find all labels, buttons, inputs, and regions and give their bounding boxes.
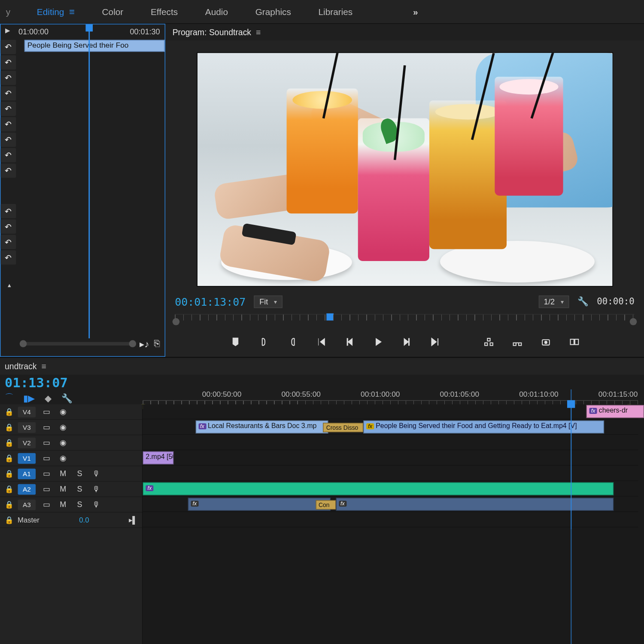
zoom-fit-select[interactable]: Fit▾ — [254, 295, 283, 308]
add-marker-icon[interactable] — [229, 335, 242, 348]
lift-icon[interactable] — [482, 335, 495, 348]
go-to-in-icon[interactable] — [314, 335, 327, 348]
lock-icon[interactable]: 🔒 — [5, 485, 13, 493]
undo-icon[interactable]: ↶ — [0, 133, 16, 147]
program-time-ruler[interactable]: /*ticks drawn below via JS not needed – … — [175, 314, 635, 327]
track-header-a3[interactable]: 🔒 A3 ▭ M S 🎙 — [0, 497, 142, 513]
sync-lock-icon[interactable]: ▭ — [40, 485, 52, 494]
undo-icon[interactable]: ↶ — [0, 55, 16, 70]
playback-resolution-select[interactable]: 1/2▾ — [538, 295, 569, 308]
track-header-master[interactable]: 🔒 Master 0.0 ▸▌ — [0, 513, 142, 528]
track-header-v2[interactable]: 🔒 V2 ▭ ◉ — [0, 435, 142, 451]
insert-icon[interactable]: ▸♪ — [140, 338, 149, 349]
workspace-tab-libraries[interactable]: Libraries — [316, 0, 355, 22]
export-frame-icon[interactable] — [539, 335, 552, 348]
solo-button[interactable]: S — [74, 500, 86, 509]
source-zoom-scroll[interactable] — [22, 342, 134, 345]
go-to-out-icon[interactable] — [428, 335, 441, 348]
linked-selection-icon[interactable]: ▮▶ — [23, 393, 35, 404]
track-lanes[interactable]: fxcheers-dr fxLocal Restaurants & Bars D… — [143, 404, 644, 644]
voiceover-icon[interactable]: 🎙 — [91, 500, 103, 509]
sync-lock-icon[interactable]: ▭ — [40, 423, 52, 432]
track-label[interactable]: A3 — [18, 499, 36, 510]
track-label[interactable]: V4 — [18, 407, 36, 417]
sync-lock-icon[interactable]: ▭ — [40, 438, 52, 447]
eye-icon[interactable]: ◉ — [57, 454, 69, 463]
sync-lock-icon[interactable]: ▭ — [40, 500, 52, 509]
eye-icon[interactable]: ◉ — [57, 438, 69, 447]
panel-menu-icon[interactable]: ≡ — [42, 361, 46, 371]
transition-clip[interactable]: Con — [316, 500, 336, 510]
workspace-overflow-icon[interactable]: » — [413, 6, 418, 17]
lane-a1[interactable] — [143, 466, 638, 481]
timeline-title[interactable]: undtrack — [5, 361, 36, 371]
audio-clip[interactable]: fx — [143, 482, 614, 495]
timeline-timecode[interactable]: 01:13:07 — [5, 375, 138, 390]
lock-icon[interactable]: 🔒 — [5, 516, 14, 524]
marker-icon[interactable]: ◆ — [45, 393, 52, 404]
clip[interactable]: 2.mp4 [50%] — [143, 451, 173, 464]
wrench-icon[interactable]: 🔧 — [577, 296, 589, 307]
audio-clip[interactable]: fx — [336, 498, 614, 510]
track-label[interactable]: A2 — [18, 484, 36, 495]
eye-icon[interactable]: ◉ — [57, 407, 69, 416]
eye-icon[interactable]: ◉ — [57, 423, 69, 432]
extract-icon[interactable] — [510, 335, 523, 348]
mute-button[interactable]: M — [57, 485, 69, 494]
track-header-v3[interactable]: 🔒 V3 ▭ ◉ — [0, 420, 142, 435]
lock-icon[interactable]: 🔒 — [5, 454, 13, 462]
undo-icon[interactable]: ↶ — [0, 40, 16, 54]
lane-master[interactable] — [143, 513, 638, 528]
panel-menu-icon[interactable]: ≡ — [256, 27, 261, 37]
workspace-tab-color[interactable]: Color — [100, 0, 126, 22]
solo-button[interactable]: S — [74, 469, 86, 478]
play-icon[interactable] — [371, 335, 384, 348]
sync-lock-icon[interactable]: ▭ — [40, 407, 52, 416]
source-time-ruler[interactable]: ▶ 01:00:00 00:01:30 — [0, 24, 164, 39]
clip[interactable]: fxPeople Being Served their Food and Get… — [363, 420, 604, 433]
step-forward-icon[interactable] — [400, 335, 413, 348]
lane-v4[interactable] — [143, 404, 638, 419]
mute-button[interactable]: M — [57, 469, 69, 478]
sync-lock-icon[interactable]: ▭ — [40, 454, 52, 463]
undo-icon[interactable]: ↶ — [0, 148, 16, 162]
track-header-a2[interactable]: 🔒 A2 ▭ M S 🎙 — [0, 482, 142, 497]
clip[interactable]: fxcheers-dr — [586, 405, 644, 418]
voiceover-icon[interactable]: 🎙 — [91, 485, 103, 494]
sync-lock-icon[interactable]: ▭ — [40, 469, 52, 478]
snap-icon[interactable]: ⌒ — [5, 392, 14, 404]
track-label[interactable]: V2 — [18, 437, 36, 448]
mark-in-icon[interactable] — [257, 335, 270, 348]
track-header-v4[interactable]: 🔒 V4 ▭ ◉ — [0, 404, 142, 420]
track-label[interactable]: V1 — [18, 453, 36, 464]
voiceover-icon[interactable]: 🎙 — [91, 469, 103, 478]
lock-icon[interactable]: 🔒 — [5, 469, 13, 477]
solo-button[interactable]: S — [74, 485, 86, 494]
track-header-a1[interactable]: 🔒 A1 ▭ M S 🎙 — [0, 466, 142, 482]
undo-icon[interactable]: ↶ — [0, 71, 16, 85]
lock-icon[interactable]: 🔒 — [5, 407, 13, 416]
lock-icon[interactable]: 🔒 — [5, 423, 13, 431]
program-timecode[interactable]: 00:01:13:07 — [175, 295, 246, 308]
transition-clip[interactable]: Cross Disso — [323, 423, 363, 432]
workspace-tab-audio[interactable]: Audio — [203, 0, 230, 22]
program-preview[interactable] — [197, 52, 613, 287]
clip[interactable]: fxLocal Restaurants & Bars Doc 3.mp — [195, 420, 328, 433]
lane-v1[interactable] — [143, 451, 638, 466]
undo-icon[interactable]: ↶ — [0, 164, 16, 178]
hamburger-icon[interactable]: ≡ — [69, 6, 75, 17]
comparison-view-icon[interactable] — [568, 335, 580, 348]
undo-icon[interactable]: ↶ — [0, 102, 16, 116]
undo-icon[interactable]: ↶ — [0, 250, 16, 264]
workspace-tab-graphics[interactable]: Graphics — [253, 0, 293, 22]
track-header-v1[interactable]: 🔒 V1 ▭ ◉ — [0, 451, 142, 466]
workspace-tab-effects[interactable]: Effects — [148, 0, 180, 22]
undo-icon[interactable]: ↶ — [0, 117, 16, 131]
undo-icon[interactable]: ↶ — [0, 219, 16, 234]
workspace-tab-editing[interactable]: Editing ≡ — [34, 0, 77, 23]
source-clip[interactable]: People Being Served their Foo — [24, 40, 165, 52]
step-back-icon[interactable] — [343, 335, 355, 348]
lock-icon[interactable]: 🔒 — [5, 438, 13, 447]
undo-icon[interactable]: ↶ — [0, 204, 16, 218]
track-label[interactable]: A1 — [18, 468, 36, 479]
